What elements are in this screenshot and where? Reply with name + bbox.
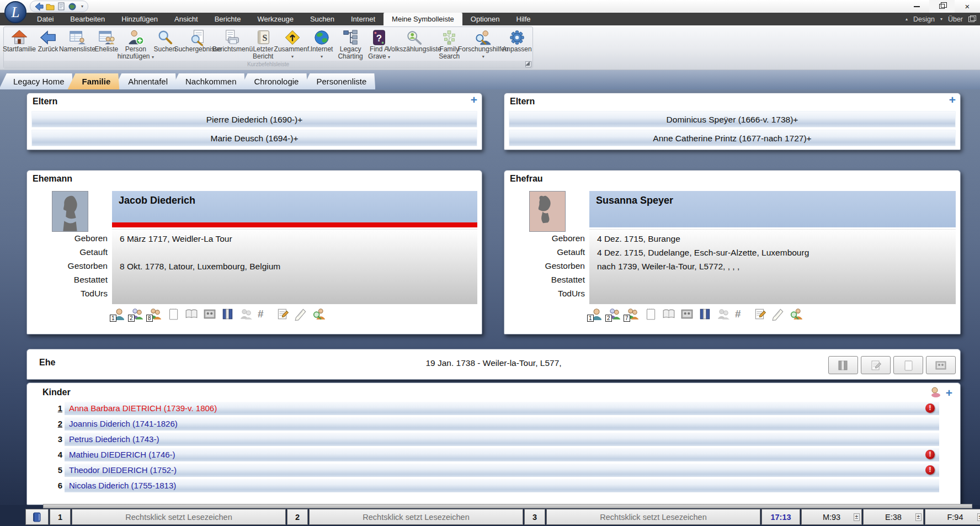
notes-icon[interactable] <box>167 307 180 321</box>
ribbon-group-expander-icon[interactable] <box>525 61 531 67</box>
sources-icon[interactable] <box>185 307 198 321</box>
minimize-button[interactable] <box>904 0 929 13</box>
child-row[interactable]: Nicolas Diderich (1755-1813) <box>65 479 939 492</box>
plus-minus-toggle[interactable]: ± <box>915 513 922 521</box>
edit-document-icon[interactable] <box>276 307 289 321</box>
edit-document-icon[interactable] <box>753 307 766 321</box>
person-hinzufuegen-button[interactable]: Person hinzufügen ▾ <box>121 28 151 61</box>
child-row[interactable]: Joannis Diderich (1741-1826) <box>65 417 939 431</box>
close-button[interactable]: × <box>955 0 980 13</box>
menu-suchen[interactable]: Suchen <box>302 13 343 25</box>
internet-button[interactable]: Internet ▾ <box>307 28 336 60</box>
wife-data-area[interactable]: 4 Dez. 1715, Burange 4 Dez. 1715, Dudela… <box>589 229 956 304</box>
qat-customize-caret-icon[interactable]: ▾ <box>81 4 83 9</box>
hash-icon[interactable]: # <box>735 307 748 321</box>
wife-photo[interactable] <box>529 191 566 232</box>
menu-ansicht[interactable]: Ansicht <box>166 13 206 25</box>
problem-alert-icon[interactable]: ! <box>925 450 935 459</box>
tab-chronologie[interactable]: Chronologie <box>240 73 308 89</box>
bookmark-hint-2[interactable]: Rechtsklick setzt Lesezeichen <box>309 509 523 525</box>
legacy-charting-button[interactable]: Legacy Charting <box>336 28 365 60</box>
add-parents-icon[interactable]: + <box>949 94 956 105</box>
marriage-notes-button[interactable] <box>893 356 923 374</box>
marriage-sources-button[interactable] <box>828 356 858 374</box>
events-count[interactable]: E:38± <box>863 509 924 525</box>
bookmark-slot-1[interactable]: 1 <box>50 509 71 525</box>
problem-alert-icon[interactable]: ! <box>925 403 935 413</box>
tab-personenliste[interactable]: Personenliste <box>302 73 375 89</box>
tab-familie[interactable]: Familie <box>68 73 120 89</box>
children-icon[interactable]: 8 <box>148 307 162 321</box>
notes-icon[interactable] <box>644 307 657 321</box>
marriage-pictures-button[interactable] <box>926 356 956 374</box>
pictures-icon[interactable] <box>203 307 216 321</box>
bookmark-hint-1[interactable]: Rechtsklick setzt Lesezeichen <box>72 509 286 525</box>
father-link[interactable]: Pierre Diederich (1690-)+ <box>31 111 477 127</box>
mother-link[interactable]: Marie Deusch (1694-)+ <box>31 130 477 146</box>
namensliste-button[interactable]: Namensliste <box>62 28 92 53</box>
zusammenfassung-button[interactable]: Zusammenf. ▾ <box>278 28 307 60</box>
collapse-ribbon-icon[interactable]: ▴ <box>906 17 908 22</box>
suchergebnisse-button[interactable]: Suchergebnisse <box>179 28 216 53</box>
father-link[interactable]: Dominicus Speÿer (1666-v. 1738)+ <box>509 111 956 127</box>
window-layout-icon[interactable] <box>968 17 974 22</box>
eheliste-button[interactable]: Eheliste <box>92 28 121 53</box>
zurueck-button[interactable]: Zurück <box>34 28 62 53</box>
share-people-icon[interactable] <box>239 307 253 321</box>
plus-minus-toggle[interactable]: ± <box>977 513 980 521</box>
marriages-count[interactable]: M:93± <box>801 509 862 525</box>
todo-icon[interactable] <box>771 307 785 321</box>
mother-link[interactable]: Anne Catherine Printz (1677-nach 1727)+ <box>509 130 956 146</box>
share-people-icon[interactable] <box>717 307 730 321</box>
startfamilie-button[interactable]: Startfamilie <box>5 28 34 53</box>
tab-ahnentafel[interactable]: Ahnentafel <box>114 73 177 89</box>
menu-berichte[interactable]: Berichte <box>206 13 249 25</box>
add-baby-icon[interactable] <box>929 386 941 400</box>
menu-hinzufuegen[interactable]: Hinzufügen <box>113 13 166 25</box>
husband-data-area[interactable]: 6 März 1717, Weidler-La Tour 8 Okt. 1778… <box>112 229 477 304</box>
world-icon[interactable] <box>68 2 77 11</box>
pictures-icon[interactable] <box>680 307 694 321</box>
bookmark-hint-3[interactable]: Rechtsklick setzt Lesezeichen <box>546 509 760 525</box>
books-icon[interactable] <box>221 307 235 321</box>
menu-datei[interactable]: Datei <box>29 13 62 25</box>
parents-icon[interactable]: 1 <box>112 307 125 321</box>
design-label[interactable]: Design <box>913 15 935 23</box>
anpassen-button[interactable]: Anpassen <box>503 28 531 53</box>
spouses-icon[interactable]: 2 <box>130 307 143 321</box>
add-child-icon[interactable]: + <box>946 387 952 399</box>
bookmark-slot-3[interactable]: 3 <box>524 509 545 525</box>
back-icon[interactable] <box>35 2 44 11</box>
child-row[interactable]: Petrus Diederich (1743-) <box>65 433 939 446</box>
bookmark-slot-2[interactable]: 2 <box>287 509 308 525</box>
books-icon[interactable] <box>699 307 712 321</box>
volkszaehlungsliste-button[interactable]: Volkszählungsliste <box>393 28 435 53</box>
family-search-button[interactable]: Family Search <box>435 28 464 60</box>
berichtsmenu-button[interactable]: Berichtsmenü <box>216 28 249 53</box>
menu-optionen[interactable]: Optionen <box>462 13 508 25</box>
children-icon[interactable]: 7 <box>626 307 639 321</box>
tab-nachkommen[interactable]: Nachkommen <box>171 73 246 89</box>
menu-meine-symbolleiste[interactable]: Meine Symbolleiste <box>384 13 462 25</box>
menu-internet[interactable]: Internet <box>343 13 384 25</box>
sources-icon[interactable] <box>662 307 675 321</box>
families-count[interactable]: F:94± <box>925 509 980 525</box>
restore-button[interactable] <box>929 0 955 13</box>
child-row[interactable]: Anna Barbara DIETRICH (1739-v. 1806)! <box>65 402 939 415</box>
forschungshilfen-button[interactable]: Forschungshilfen ▾ <box>464 28 503 60</box>
husband-name[interactable]: Jacob Diederich <box>112 191 477 222</box>
marriage-details[interactable]: 19 Jan. 1738 - Weiler-la-Tour, L577, <box>27 358 960 368</box>
report-icon[interactable] <box>57 2 66 11</box>
research-guidance-icon[interactable] <box>312 307 326 321</box>
research-guidance-icon[interactable] <box>790 307 803 321</box>
child-row[interactable]: Mathieu DIEDERICH (1746-)! <box>65 448 939 461</box>
folder-icon[interactable] <box>46 2 55 11</box>
bookmark-button[interactable] <box>25 509 49 525</box>
find-a-grave-button[interactable]: ? Find A Grave ▾ <box>365 28 393 61</box>
menu-bearbeiten[interactable]: Bearbeiten <box>62 13 113 25</box>
plus-minus-toggle[interactable]: ± <box>854 513 860 521</box>
wife-name[interactable]: Susanna Speyer <box>589 191 956 227</box>
child-row[interactable]: Theodor DIEDERICH (1752-)! <box>65 464 939 477</box>
hash-icon[interactable]: # <box>258 307 271 321</box>
about-label[interactable]: Über <box>948 15 963 23</box>
